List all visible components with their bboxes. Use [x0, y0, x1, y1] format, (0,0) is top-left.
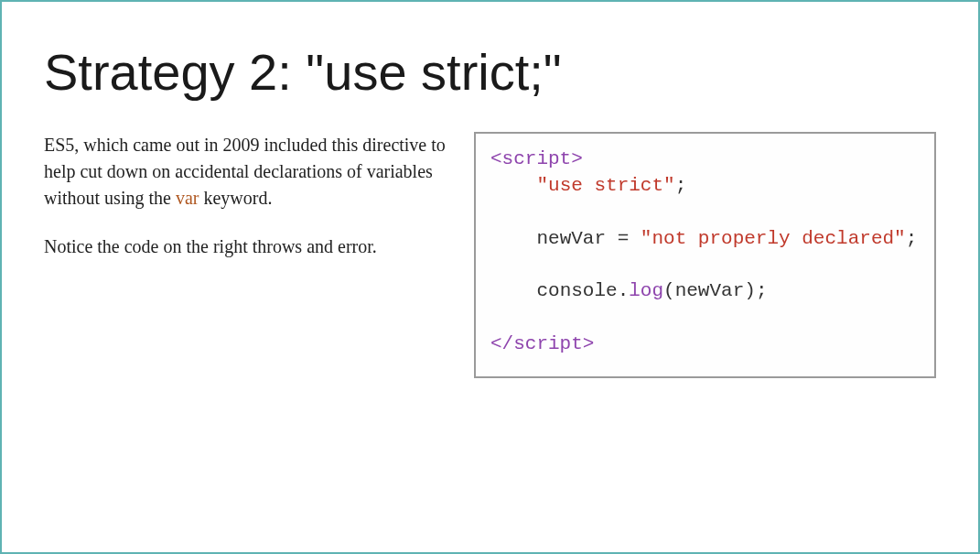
code-use-strict-string: "use strict"	[536, 175, 674, 196]
slide-content: ES5, which came out in 2009 included thi…	[44, 132, 936, 379]
paragraph-1: ES5, which came out in 2009 included thi…	[44, 132, 447, 212]
code-semicolon-1: ;	[675, 175, 687, 196]
code-console: console.	[536, 280, 629, 301]
code-assignment: newVar =	[536, 228, 640, 249]
code-semicolon-2: ;	[906, 228, 918, 249]
paragraph-2: Notice the code on the right throws and …	[44, 234, 447, 260]
code-block: <script> "use strict"; newVar = "not pro…	[474, 132, 936, 379]
var-keyword: var	[176, 188, 199, 208]
code-log-fn: log	[629, 280, 663, 301]
code-log-args: (newVar);	[663, 280, 767, 301]
paragraph-1-part-b: keyword.	[199, 188, 272, 208]
code-script-close-tag: </script>	[490, 333, 594, 354]
slide-title: Strategy 2: "use strict;"	[44, 44, 936, 101]
code-string-literal: "not properly declared"	[641, 228, 906, 249]
explanation-text: ES5, which came out in 2009 included thi…	[44, 132, 447, 282]
code-script-open-tag: <script>	[490, 148, 583, 169]
